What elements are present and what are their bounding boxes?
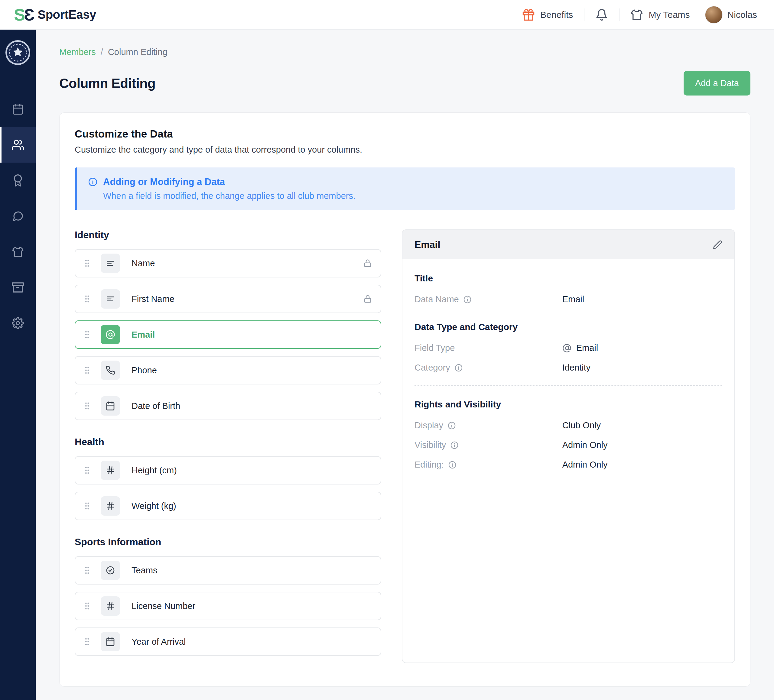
my-teams-button[interactable]: My Teams	[627, 8, 693, 21]
calendar-icon	[12, 103, 24, 115]
group-heading-title: Title	[415, 273, 722, 284]
editing-value: Admin Only	[562, 460, 608, 470]
sidebar-item-members[interactable]	[0, 127, 36, 163]
sidebar	[0, 30, 36, 700]
breadcrumb-members[interactable]: Members	[59, 47, 96, 57]
detail-row-data-name: Data Name Email	[415, 294, 722, 304]
field-label: Height (cm)	[132, 466, 177, 475]
field-row-first-name[interactable]: First Name	[75, 285, 381, 313]
field-row-teams[interactable]: Teams	[75, 556, 381, 584]
drag-handle-icon[interactable]	[84, 365, 90, 376]
at-sign-icon	[562, 343, 571, 353]
field-row-year-of-arrival[interactable]: Year of Arrival	[75, 627, 381, 656]
data-name-label: Data Name	[415, 294, 562, 304]
section-health: Health Height (cm) Weight (kg)	[75, 436, 381, 520]
club-badge-icon	[5, 40, 31, 65]
main-content: Members / Column Editing Column Editing …	[36, 30, 774, 700]
drag-handle-icon[interactable]	[84, 294, 90, 304]
label-text: Display	[415, 421, 443, 430]
detail-row-field-type: Field Type Email	[415, 343, 722, 353]
user-name: Nicolas	[728, 10, 757, 20]
drag-handle-icon[interactable]	[84, 636, 90, 647]
detail-row-display: Display Club Only	[415, 421, 722, 430]
field-label: Teams	[132, 566, 157, 576]
breadcrumb-separator: /	[101, 47, 103, 57]
info-icon[interactable]	[448, 421, 456, 430]
gift-icon	[522, 8, 535, 21]
hash-icon	[101, 496, 120, 516]
brand-mark: SƐ	[14, 5, 33, 25]
sidebar-item-settings[interactable]	[0, 305, 36, 341]
label-text: Category	[415, 363, 450, 373]
field-label: License Number	[132, 601, 195, 611]
drag-handle-icon[interactable]	[84, 500, 90, 512]
fields-column: Identity Name First Name	[75, 229, 381, 663]
section-identity: Identity Name First Name	[75, 229, 381, 420]
sidebar-item-club-house[interactable]	[0, 270, 36, 305]
members-icon	[12, 139, 24, 151]
lock-icon	[363, 259, 372, 268]
award-icon	[12, 174, 24, 187]
drag-handle-icon[interactable]	[84, 401, 90, 411]
club-badge[interactable]	[5, 40, 31, 65]
topbar-actions: Benefits My Teams Nicolas	[519, 6, 760, 23]
info-banner-body: When a field is modified, the change app…	[103, 191, 724, 201]
sidebar-nav	[0, 91, 36, 341]
notifications-button[interactable]	[592, 8, 611, 21]
drag-handle-icon[interactable]	[84, 465, 90, 476]
user-menu[interactable]: Nicolas	[702, 6, 760, 23]
jersey-icon	[630, 8, 643, 21]
detail-row-editing: Editing: Admin Only	[415, 460, 722, 470]
editing-label: Editing:	[415, 460, 562, 470]
check-circle-icon	[101, 561, 120, 580]
section-title-identity: Identity	[75, 229, 381, 241]
field-row-weight[interactable]: Weight (kg)	[75, 492, 381, 520]
category-label: Category	[415, 363, 562, 373]
field-row-license-number[interactable]: License Number	[75, 592, 381, 620]
sidebar-item-jersey[interactable]	[0, 234, 36, 270]
dashed-divider	[415, 385, 722, 386]
box-icon	[12, 281, 24, 294]
info-icon[interactable]	[463, 295, 471, 304]
field-detail-panel: Email Title Data Name Email Data Type an…	[402, 229, 735, 663]
info-icon[interactable]	[450, 441, 459, 449]
topbar: SƐ SportEasy Benefits My Teams Nicolas	[0, 0, 774, 30]
detail-row-category: Category Identity	[415, 363, 722, 373]
info-banner-title: Adding or Modifying a Data	[103, 177, 225, 187]
section-sports-information: Sports Information Teams License Number	[75, 537, 381, 656]
add-data-button[interactable]: Add a Data	[684, 71, 751, 96]
field-label: Date of Birth	[132, 401, 180, 411]
info-icon[interactable]	[448, 461, 456, 469]
brand-logo[interactable]: SƐ SportEasy	[14, 5, 96, 25]
value-text: Email	[576, 343, 598, 353]
drag-handle-icon[interactable]	[84, 329, 90, 340]
field-label: First Name	[132, 294, 174, 304]
benefits-button[interactable]: Benefits	[519, 8, 576, 21]
visibility-label: Visibility	[415, 440, 562, 450]
field-label: Weight (kg)	[132, 501, 176, 511]
sidebar-item-calendar[interactable]	[0, 91, 36, 127]
lock-icon	[363, 294, 372, 304]
drag-handle-icon[interactable]	[84, 565, 90, 576]
drag-handle-icon[interactable]	[84, 601, 90, 611]
card-subtitle: Customize the category and type of data …	[75, 145, 735, 155]
breadcrumb-current: Column Editing	[108, 47, 167, 57]
display-label: Display	[415, 421, 562, 430]
field-row-email[interactable]: Email	[75, 320, 381, 349]
info-icon	[88, 177, 98, 187]
field-row-date-of-birth[interactable]: Date of Birth	[75, 392, 381, 420]
group-heading-rights: Rights and Visibility	[415, 399, 722, 409]
field-row-height[interactable]: Height (cm)	[75, 456, 381, 484]
sidebar-item-messages[interactable]	[0, 198, 36, 234]
drag-handle-icon[interactable]	[84, 258, 90, 269]
info-icon[interactable]	[455, 363, 463, 372]
field-row-phone[interactable]: Phone	[75, 356, 381, 385]
customize-data-card: Customize the Data Customize the categor…	[59, 112, 751, 687]
field-row-name[interactable]: Name	[75, 249, 381, 277]
calendar-icon	[101, 396, 120, 416]
title-row: Column Editing Add a Data	[59, 71, 751, 96]
jersey-icon	[12, 246, 24, 258]
edit-pencil-icon[interactable]	[713, 240, 722, 250]
sidebar-item-competitions[interactable]	[0, 163, 36, 198]
settings-gear-icon	[12, 317, 24, 329]
